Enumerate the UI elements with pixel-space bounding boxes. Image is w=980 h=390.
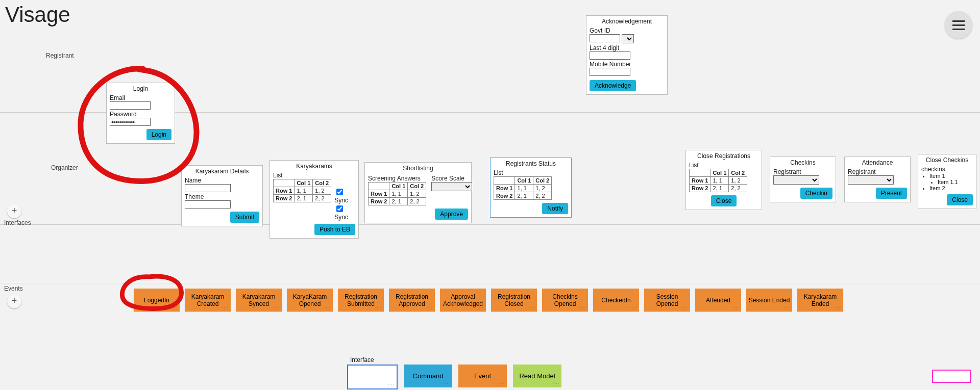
lane-label-registrant: Registrant <box>46 52 74 59</box>
cr-table: Col 1Col 2 Row 11, 11, 2 Row 22, 12, 2 <box>689 169 747 192</box>
add-event-button[interactable]: + <box>7 294 21 308</box>
close-checkins-card[interactable]: Close Checkins checkins Item 1 Item 1.1 … <box>918 154 976 209</box>
rs-list-label: List <box>494 169 568 176</box>
event-card[interactable]: Karyakaram Created:::: <box>185 289 231 311</box>
zoom-widget[interactable] <box>932 370 971 383</box>
legend-row: Interface :::: Command:::: Event:::: Rea… <box>347 365 561 389</box>
govt-id-select[interactable] <box>622 34 634 43</box>
rs-title: Registrants Status <box>494 160 568 167</box>
last4-label: Last 4 digit <box>590 44 664 51</box>
sl-title: Shortlisting <box>368 165 468 172</box>
kd-submit-button[interactable]: Submit <box>230 212 259 223</box>
sync-check-2[interactable] <box>336 205 343 212</box>
ks-list-label: List <box>273 172 355 179</box>
kd-theme-input[interactable] <box>185 200 231 209</box>
kd-name-label: Name <box>185 177 259 184</box>
legend-interface-label: Interface <box>350 356 374 363</box>
rs-table: Col 1Col 2 Row 11, 11, 2 Row 22, 12, 2 <box>494 176 552 200</box>
lane-label-organizer: Organizer <box>51 164 78 171</box>
login-title: Login <box>110 85 172 92</box>
sync-label: Sync <box>334 197 348 204</box>
legend-command[interactable]: Command:::: <box>404 365 452 387</box>
last4-input[interactable] <box>590 51 630 60</box>
email-input[interactable] <box>110 101 151 110</box>
close-regs-card[interactable]: Close Registrations List Col 1Col 2 Row … <box>685 150 762 210</box>
event-card[interactable]: Attended:::: <box>695 289 741 311</box>
govt-id-input[interactable] <box>590 34 620 42</box>
checkin-button[interactable]: Checkin <box>800 188 832 199</box>
push-eb-button[interactable]: Push to EB <box>314 224 355 235</box>
ci-title: Checkins <box>773 159 832 166</box>
cc-list-label: checkins <box>921 166 973 173</box>
approve-button[interactable]: Approve <box>435 209 468 220</box>
event-card[interactable]: Checkins Opened:::: <box>542 289 588 311</box>
kd-name-input[interactable] <box>185 184 231 192</box>
ack-card[interactable]: Acknowledgement Govt ID Last 4 digit Mob… <box>586 15 668 95</box>
screening-label: Screening Answers <box>368 175 426 182</box>
login-button[interactable]: Login <box>146 129 172 140</box>
cc-tree: Item 1 Item 1.1 Item 2 <box>921 173 973 191</box>
event-card[interactable]: Registration Approved:::: <box>389 289 435 311</box>
checkins-card[interactable]: Checkins Registrant Checkin <box>770 157 836 202</box>
acknowledge-button[interactable]: Acknowledge <box>590 80 636 91</box>
events-row: LoggedIn::::Karyakaram Created::::Karyak… <box>134 289 843 311</box>
event-card[interactable]: LoggedIn:::: <box>134 289 180 311</box>
lane-divider <box>0 224 980 225</box>
lane-label-interfaces: Interfaces <box>4 219 31 226</box>
present-button[interactable]: Present <box>876 188 907 199</box>
event-card[interactable]: Approval Acknowledged:::: <box>440 289 486 311</box>
karyakarams-card[interactable]: Karyakarams List Col 1Col 2 Row 11, 11, … <box>270 160 359 239</box>
scorescale-label: Score Scale <box>431 175 472 182</box>
legend-event[interactable]: Event:::: <box>458 365 507 387</box>
kd-title: Karyakaram Details <box>185 168 259 175</box>
password-input[interactable] <box>110 118 151 126</box>
shortlisting-card[interactable]: Shortlisting Screening Answers Col 1Col … <box>364 162 472 223</box>
cc-title: Close Checkins <box>921 157 973 164</box>
ks-table: Col 1Col 2 Row 11, 11, 2 Row 22, 12, 2 <box>273 179 331 202</box>
scorescale-select[interactable] <box>431 182 472 191</box>
add-interface-button[interactable]: + <box>7 204 21 218</box>
att-title: Attendance <box>848 159 907 166</box>
close-checkins-button[interactable]: Close <box>947 194 973 205</box>
password-label: Password <box>110 111 172 118</box>
app-title: Visage <box>5 3 70 27</box>
ci-registrant-select[interactable] <box>773 175 819 185</box>
menu-icon[interactable] <box>945 11 972 39</box>
event-card[interactable]: Karyakaram Synced:::: <box>236 289 282 311</box>
sync-label: Sync <box>334 214 348 221</box>
cr-title: Close Registrations <box>689 152 758 160</box>
registrant-label: Registrant <box>773 168 832 175</box>
govt-id-label: Govt ID <box>590 27 664 34</box>
lane-label-events: Events <box>4 285 23 292</box>
att-registrant-label: Registrant <box>848 168 907 175</box>
close-regs-button[interactable]: Close <box>711 195 737 206</box>
event-card[interactable]: Karyakaram Ended:::: <box>797 289 843 311</box>
event-card[interactable]: Registration Closed:::: <box>491 289 537 311</box>
att-registrant-select[interactable] <box>848 175 894 185</box>
karyakaram-details-card[interactable]: Karyakaram Details Name Theme Submit <box>181 165 263 226</box>
login-card[interactable]: Login Email Password Login <box>106 83 175 144</box>
mobile-label: Mobile Number <box>590 61 664 68</box>
event-card[interactable]: Session Ended:::: <box>746 289 792 311</box>
ks-title: Karyakarams <box>273 163 355 170</box>
sync-check-1[interactable] <box>336 189 343 195</box>
email-label: Email <box>110 94 172 101</box>
event-card[interactable]: Registration Submitted:::: <box>338 289 384 311</box>
lane-divider <box>0 283 980 284</box>
event-card[interactable]: Session Opened:::: <box>644 289 690 311</box>
legend-interface[interactable]: :::: <box>347 365 398 389</box>
sl-table: Col 1Col 2 Row 11, 11, 2 Row 22, 12, 2 <box>368 182 426 205</box>
mobile-input[interactable] <box>590 68 630 76</box>
event-card[interactable]: CheckedIn:::: <box>593 289 639 311</box>
legend-readmodel[interactable]: Read Model:::: <box>513 365 561 387</box>
registrants-status-card[interactable]: Registrants Status List Col 1Col 2 Row 1… <box>490 158 572 218</box>
ack-title: Acknowledgement <box>590 18 664 25</box>
attendance-card[interactable]: Attendance Registrant Present <box>844 157 911 202</box>
kd-theme-label: Theme <box>185 193 259 200</box>
notify-button[interactable]: Notify <box>542 203 568 214</box>
event-card[interactable]: KaryaKaram Opened:::: <box>287 289 333 311</box>
cr-list-label: List <box>689 162 758 169</box>
